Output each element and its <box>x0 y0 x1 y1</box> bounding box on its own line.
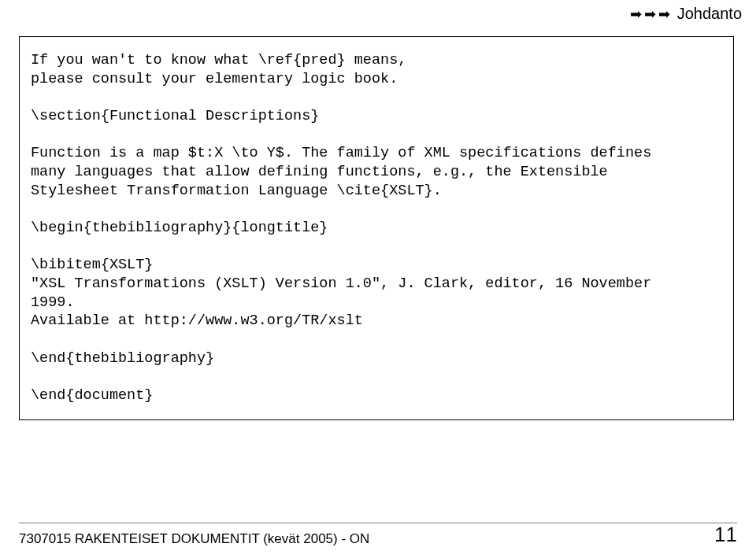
code-line: \end{thebibliography} <box>31 350 214 367</box>
code-block: If you wan't to know what \ref{pred} mea… <box>19 36 734 420</box>
code-line: \end{document} <box>31 387 153 404</box>
page-number: 11 <box>714 523 737 547</box>
code-line: Function is a map $t:X \to Y$. The famil… <box>31 145 651 161</box>
code-line: \section{Functional Descriptions} <box>31 108 319 124</box>
code-line: please consult your elementary logic boo… <box>31 71 398 87</box>
code-line: "XSL Transformations (XSLT) Version 1.0"… <box>31 275 651 292</box>
section-label: Johdanto <box>677 5 742 23</box>
code-line: \begin{thebibliography}{longtitle} <box>31 220 328 236</box>
breadcrumb-header: ➡ ➡ ➡ Johdanto <box>630 5 742 23</box>
code-line: 1999. <box>31 294 75 311</box>
code-line: \bibitem{XSLT} <box>31 257 153 273</box>
footer-course-info: 7307015 RAKENTEISET DOKUMENTIT (kevät 20… <box>19 531 369 547</box>
code-line: If you wan't to know what \ref{pred} mea… <box>31 52 406 68</box>
code-line: Stylesheet Transformation Language \cite… <box>31 183 442 199</box>
arrow-right-icon: ➡ <box>630 7 642 21</box>
arrow-right-icon: ➡ <box>644 7 656 21</box>
code-line: many languages that allow defining funct… <box>31 164 608 180</box>
page-footer: 7307015 RAKENTEISET DOKUMENTIT (kevät 20… <box>19 523 737 547</box>
arrow-right-icon: ➡ <box>658 7 670 21</box>
code-line: Available at http://www.w3.org/TR/xslt <box>31 312 363 329</box>
